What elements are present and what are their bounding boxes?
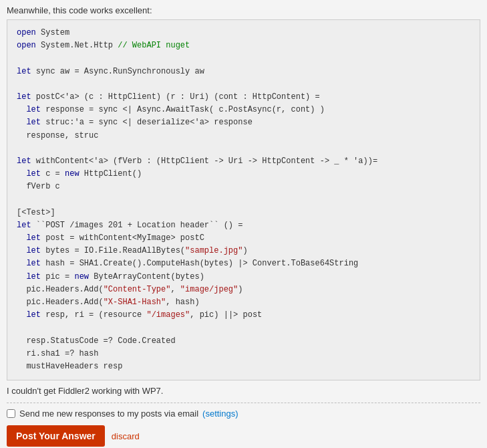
code-line: let ``POST /images 201 + Location header… xyxy=(17,221,242,230)
action-row: Post Your Answer discard xyxy=(7,425,480,447)
code-line: let resp, ri = (resource "/images", pic)… xyxy=(17,310,262,320)
code-line: pic.Headers.Add("X-SHA1-Hash", hash) xyxy=(17,298,200,307)
code-line: response, struc xyxy=(17,131,98,140)
code-line: let bytes = IO.File.ReadAllBytes("sample… xyxy=(17,246,248,255)
email-label: Send me new responses to my posts via em… xyxy=(19,409,198,419)
code-line: let post = withContent<MyImage> postC xyxy=(17,233,204,243)
code-line: let response = sync <| Async.AwaitTask( … xyxy=(17,105,325,114)
code-line: mustHaveHeaders resp xyxy=(17,362,122,371)
code-line: let pic = new ByteArrayContent(bytes) xyxy=(17,272,204,282)
page-wrapper: Meanwhile, this code works excellent: op… xyxy=(0,0,487,448)
code-line: let postC<'a> (c : HttpClient) (r : Uri)… xyxy=(17,92,320,102)
code-line: open System xyxy=(17,28,69,37)
code-line: let sync aw = Async.RunSynchronously aw xyxy=(17,67,204,76)
code-line: fVerb c xyxy=(17,182,60,191)
email-section: Send me new responses to my posts via em… xyxy=(7,409,480,419)
code-line: open System.Net.Http // WebAPI nuget xyxy=(17,41,190,50)
email-settings-link[interactable]: (settings) xyxy=(202,409,238,419)
discard-link[interactable]: discard xyxy=(112,431,140,441)
code-line: let struc:'a = sync <| deserialize<'a> r… xyxy=(17,118,253,127)
code-line: ri.sha1 =? hash xyxy=(17,349,98,358)
code-line: let hash = SHA1.Create().ComputeHash(byt… xyxy=(17,259,358,268)
post-answer-button[interactable]: Post Your Answer xyxy=(7,425,105,447)
code-line: let c = new HttpClient() xyxy=(17,169,142,179)
divider xyxy=(7,403,480,403)
fiddler-text: I couldn't get Fiddler2 working with WP7… xyxy=(7,386,480,396)
code-line: [<Test>] xyxy=(17,208,55,217)
code-line: pic.Headers.Add("Content-Type", "image/j… xyxy=(17,285,242,294)
code-line: resp.StatusCode =? Code.Created xyxy=(17,336,176,346)
code-line: let withContent<'a> (fVerb : (HttpClient… xyxy=(17,156,377,166)
email-checkbox[interactable] xyxy=(7,409,15,418)
code-block: open System open System.Net.Http // WebA… xyxy=(7,19,480,380)
intro-text: Meanwhile, this code works excellent: xyxy=(7,5,480,15)
